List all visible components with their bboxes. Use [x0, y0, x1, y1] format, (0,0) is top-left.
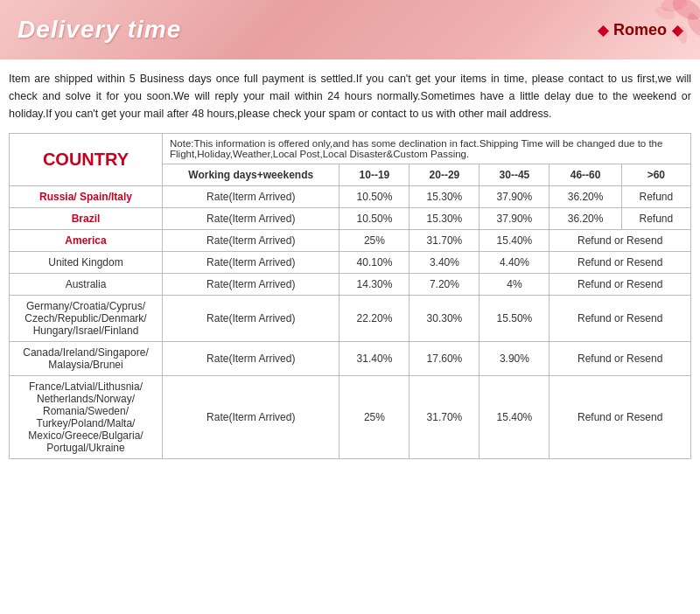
country-cell: France/Latvial/Lithusnia/ Netherlands/No…	[10, 376, 163, 459]
data-cell: 31.40%	[340, 342, 410, 376]
data-cell: Refund or Resend	[550, 376, 691, 459]
data-cell: 30.30%	[410, 296, 480, 342]
delivery-table: COUNTRY Note:This information is offered…	[9, 133, 691, 459]
data-cell: 7.20%	[410, 274, 480, 296]
col-working-days: Working days+weekends	[163, 164, 340, 186]
page-title: Delivery time	[18, 16, 181, 44]
data-cell: 17.60%	[410, 342, 480, 376]
country-cell: Russia/ Spain/Italy	[10, 186, 163, 208]
data-cell: Refund or Resend	[550, 230, 691, 252]
data-cell: 10.50%	[340, 208, 410, 230]
col-30-45: 30--45	[480, 164, 550, 186]
data-cell: 15.30%	[410, 186, 480, 208]
data-cell: 15.30%	[410, 208, 480, 230]
col-20-29: 20--29	[410, 164, 480, 186]
data-cell: 4%	[480, 274, 550, 296]
country-column-header: COUNTRY	[10, 134, 163, 186]
data-cell: 22.20%	[340, 296, 410, 342]
table-row: Russia/ Spain/ItalyRate(Iterm Arrived)10…	[10, 186, 691, 208]
country-cell: Germany/Croatia/Cyprus/ Czech/Republic/D…	[10, 296, 163, 342]
data-cell: Refund or Resend	[550, 252, 691, 274]
country-cell: Australia	[10, 274, 163, 296]
header: Delivery time ◆ Romeo ◆	[0, 0, 700, 59]
data-cell: Refund or Resend	[550, 342, 691, 376]
info-text: Item are shipped within 5 Business days …	[0, 59, 700, 129]
data-cell: 36.20%	[550, 186, 621, 208]
data-cell: 25%	[340, 230, 410, 252]
table-row: Canada/Ireland/Singapore/ Malaysia/Brune…	[10, 342, 691, 376]
data-cell: 15.40%	[480, 376, 550, 459]
col-46-60: 46--60	[550, 164, 621, 186]
data-cell: 37.90%	[480, 208, 550, 230]
data-cell: 3.90%	[480, 342, 550, 376]
data-cell: Rate(Iterm Arrived)	[163, 186, 340, 208]
data-cell: Refund	[621, 186, 690, 208]
table-row: United KingdomRate(Iterm Arrived)40.10%3…	[10, 252, 691, 274]
data-cell: Rate(Iterm Arrived)	[163, 342, 340, 376]
data-cell: Rate(Iterm Arrived)	[163, 208, 340, 230]
data-cell: Rate(Iterm Arrived)	[163, 376, 340, 459]
data-cell: 4.40%	[480, 252, 550, 274]
country-cell: United Kingdom	[10, 252, 163, 274]
data-cell: 10.50%	[340, 186, 410, 208]
data-cell: 15.40%	[480, 230, 550, 252]
table-row: BrazilRate(Iterm Arrived)10.50%15.30%37.…	[10, 208, 691, 230]
country-cell: America	[10, 230, 163, 252]
table-row: AmericaRate(Iterm Arrived)25%31.70%15.40…	[10, 230, 691, 252]
data-cell: Refund or Resend	[550, 274, 691, 296]
data-cell: 15.50%	[480, 296, 550, 342]
data-cell: Rate(Iterm Arrived)	[163, 252, 340, 274]
table-row: Germany/Croatia/Cyprus/ Czech/Republic/D…	[10, 296, 691, 342]
data-cell: 31.70%	[410, 230, 480, 252]
data-cell: Rate(Iterm Arrived)	[163, 274, 340, 296]
svg-point-4	[676, 25, 688, 44]
header-row: COUNTRY Note:This information is offered…	[10, 134, 691, 164]
data-cell: Rate(Iterm Arrived)	[163, 230, 340, 252]
data-cell: 14.30%	[340, 274, 410, 296]
col-gt60: >60	[621, 164, 690, 186]
data-cell: 37.90%	[480, 186, 550, 208]
footer-section	[0, 471, 700, 503]
data-cell: 31.70%	[410, 376, 480, 459]
table-row: France/Latvial/Lithusnia/ Netherlands/No…	[10, 376, 691, 459]
data-cell: 40.10%	[340, 252, 410, 274]
data-cell: 25%	[340, 376, 410, 459]
country-cell: Brazil	[10, 208, 163, 230]
data-cell: Rate(Iterm Arrived)	[163, 296, 340, 342]
country-cell: Canada/Ireland/Singapore/ Malaysia/Brune…	[10, 342, 163, 376]
note-cell: Note:This information is offered only,an…	[163, 134, 691, 164]
data-cell: 36.20%	[550, 208, 621, 230]
table-section: COUNTRY Note:This information is offered…	[0, 129, 700, 471]
table-row: AustraliaRate(Iterm Arrived)14.30%7.20%4…	[10, 274, 691, 296]
data-cell: 3.40%	[410, 252, 480, 274]
data-cell: Refund or Resend	[550, 296, 691, 342]
col-10-19: 10--19	[340, 164, 410, 186]
decorative-petals	[595, 0, 700, 59]
data-cell: Refund	[621, 208, 690, 230]
